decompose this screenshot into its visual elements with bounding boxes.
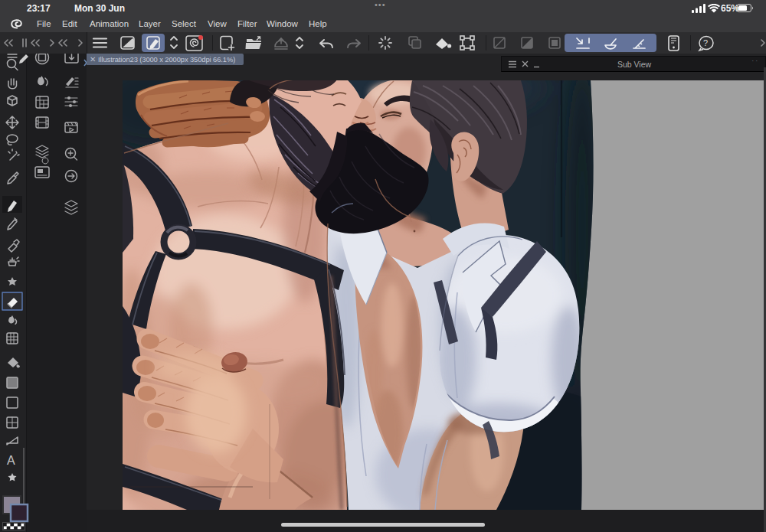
svg-text:?: ? (703, 38, 708, 47)
svg-text:A: A (7, 454, 15, 467)
